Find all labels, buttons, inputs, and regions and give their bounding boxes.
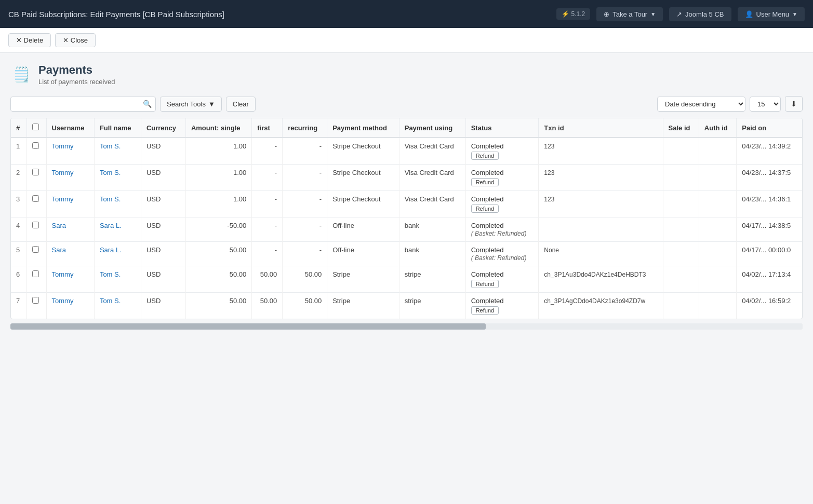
- username-link[interactable]: Sara: [52, 222, 66, 229]
- cell-first: 50.00: [252, 293, 283, 319]
- search-tools-button[interactable]: Search Tools ▼: [160, 97, 222, 112]
- refund-button[interactable]: Refund: [471, 280, 499, 288]
- cell-checkbox[interactable]: [27, 293, 46, 319]
- fullname-link[interactable]: Tom S.: [100, 142, 121, 150]
- cell-checkbox[interactable]: [27, 266, 46, 293]
- cell-txn-id: 123: [539, 165, 663, 191]
- cell-username: Sara: [46, 242, 94, 266]
- refund-button[interactable]: Refund: [471, 152, 499, 160]
- search-submit-button[interactable]: 🔍: [142, 99, 153, 109]
- row-checkbox[interactable]: [32, 246, 39, 253]
- refund-button[interactable]: Refund: [471, 178, 499, 186]
- cell-first: -: [252, 191, 283, 217]
- row-checkbox[interactable]: [32, 270, 39, 277]
- row-checkbox[interactable]: [32, 222, 39, 228]
- cell-currency: USD: [141, 242, 185, 266]
- search-input[interactable]: [10, 97, 156, 112]
- navbar: CB Paid Subscriptions: Edit Payments [CB…: [0, 0, 813, 28]
- cell-checkbox[interactable]: [27, 138, 46, 165]
- close-button[interactable]: ✕ Close: [55, 33, 96, 47]
- fullname-link[interactable]: Tom S.: [100, 195, 121, 203]
- cell-amount-single: 1.00: [185, 191, 251, 217]
- fullname-link[interactable]: Sara L.: [100, 222, 122, 229]
- cell-recurring: 50.00: [283, 266, 327, 293]
- fullname-link[interactable]: Sara L.: [100, 246, 122, 254]
- horizontal-scrollbar[interactable]: [10, 323, 803, 330]
- cell-num: 7: [11, 293, 27, 319]
- username-link[interactable]: Sara: [52, 246, 66, 254]
- cell-sale-id: [663, 138, 699, 165]
- cell-txn-id: ch_3P1Au3Ddo4DAKz1e4DeHBDT3: [539, 266, 663, 293]
- cell-recurring: -: [283, 217, 327, 242]
- cell-recurring: 50.00: [283, 293, 327, 319]
- take-tour-button[interactable]: ⊕ Take a Tour ▼: [596, 7, 663, 21]
- cell-checkbox[interactable]: [27, 217, 46, 242]
- table-row: 2 Tommy Tom S. USD 1.00 - - Stripe Check…: [11, 165, 802, 191]
- refund-button[interactable]: Refund: [471, 306, 499, 315]
- col-fullname: Full name: [94, 118, 141, 138]
- cell-payment-method: Stripe Checkout: [327, 191, 399, 217]
- joomla-button[interactable]: ↗ Joomla 5 CB: [669, 7, 731, 21]
- row-checkbox[interactable]: [32, 169, 39, 175]
- cell-amount-single: 50.00: [185, 293, 251, 319]
- cell-fullname: Tom S.: [94, 191, 141, 217]
- col-username: Username: [46, 118, 94, 138]
- cell-recurring: -: [283, 138, 327, 165]
- clear-button[interactable]: Clear: [226, 97, 256, 112]
- cell-txn-id: [539, 217, 663, 242]
- external-link-icon: ↗: [676, 10, 682, 18]
- download-button[interactable]: ⬇: [785, 96, 803, 112]
- cell-num: 3: [11, 191, 27, 217]
- cell-recurring: -: [283, 242, 327, 266]
- row-checkbox[interactable]: [32, 142, 39, 149]
- cell-payment-using: Visa Credit Card: [399, 138, 465, 165]
- cell-amount-single: 50.00: [185, 242, 251, 266]
- cell-payment-using: bank: [399, 242, 465, 266]
- cell-status: CompletedRefund: [465, 191, 539, 217]
- cell-checkbox[interactable]: [27, 165, 46, 191]
- cell-username: Tommy: [46, 165, 94, 191]
- version-badge: ⚡ 5.1.2: [556, 8, 590, 20]
- select-all-checkbox[interactable]: [32, 124, 39, 130]
- delete-button[interactable]: ✕ Delete: [8, 33, 51, 47]
- cell-num: 6: [11, 266, 27, 293]
- username-link[interactable]: Tommy: [52, 270, 74, 278]
- cell-checkbox[interactable]: [27, 242, 46, 266]
- per-page-select[interactable]: 15 25 50 100: [750, 97, 781, 112]
- sort-select[interactable]: Date descending Date ascending Amount as…: [657, 97, 745, 112]
- col-status: Status: [465, 118, 539, 138]
- username-link[interactable]: Tommy: [52, 169, 74, 176]
- cell-checkbox[interactable]: [27, 191, 46, 217]
- cell-payment-using: Visa Credit Card: [399, 165, 465, 191]
- cell-payment-using: bank: [399, 217, 465, 242]
- username-link[interactable]: Tommy: [52, 195, 74, 203]
- user-menu-button[interactable]: 👤 User Menu ▼: [738, 7, 805, 21]
- fullname-link[interactable]: Tom S.: [100, 297, 121, 305]
- cell-paid-on: 04/17/... 14:38:5: [737, 217, 802, 242]
- fullname-link[interactable]: Tom S.: [100, 270, 121, 278]
- cell-currency: USD: [141, 138, 185, 165]
- chevron-down-icon: ▼: [650, 11, 656, 17]
- cell-auth-id: [699, 138, 736, 165]
- cell-payment-method: Stripe Checkout: [327, 165, 399, 191]
- cell-username: Sara: [46, 217, 94, 242]
- username-link[interactable]: Tommy: [52, 142, 74, 150]
- cell-payment-method: Off-line: [327, 242, 399, 266]
- cell-sale-id: [663, 191, 699, 217]
- row-checkbox[interactable]: [32, 297, 39, 304]
- cell-num: 5: [11, 242, 27, 266]
- table-row: 4 Sara Sara L. USD -50.00 - - Off-line b…: [11, 217, 802, 242]
- cell-sale-id: [663, 165, 699, 191]
- refund-button[interactable]: Refund: [471, 205, 499, 213]
- cell-amount-single: -50.00: [185, 217, 251, 242]
- fullname-link[interactable]: Tom S.: [100, 169, 121, 176]
- page-heading: Payments: [38, 63, 115, 77]
- cell-fullname: Sara L.: [94, 242, 141, 266]
- col-first: first: [252, 118, 283, 138]
- row-checkbox[interactable]: [32, 195, 39, 202]
- cell-username: Tommy: [46, 266, 94, 293]
- cell-status: CompletedRefund: [465, 138, 539, 165]
- cell-status: CompletedRefund: [465, 293, 539, 319]
- username-link[interactable]: Tommy: [52, 297, 74, 305]
- payments-table: # Username Full name Currency Amount: si…: [11, 118, 802, 319]
